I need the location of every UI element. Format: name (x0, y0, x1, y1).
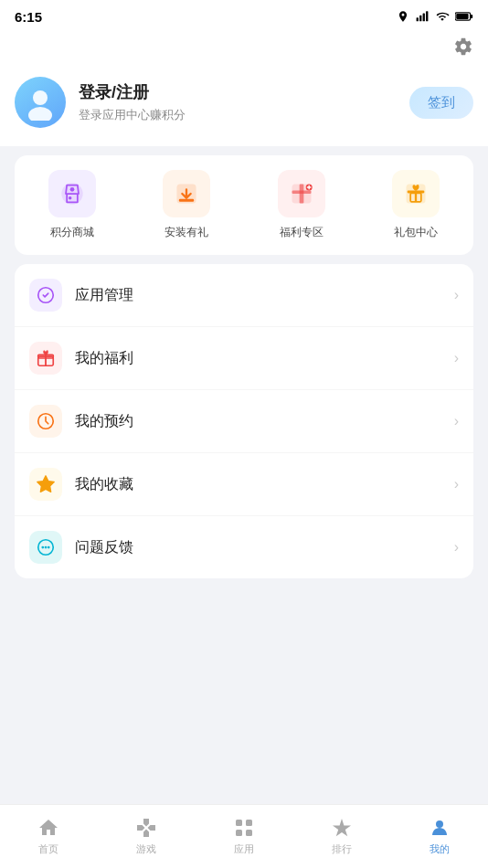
list-item-app-management[interactable]: 应用管理 › (15, 264, 473, 327)
chevron-icon-3: › (454, 476, 459, 492)
nav-label-mine: 我的 (430, 842, 450, 856)
signal-icon (415, 10, 430, 23)
nav-label-apps: 应用 (234, 842, 254, 856)
svg-rect-25 (45, 355, 47, 365)
wifi-icon (435, 10, 450, 23)
status-time: 6:15 (15, 9, 42, 25)
my-favorites-icon-wrap (29, 468, 62, 501)
svg-rect-5 (456, 14, 468, 19)
quick-item-install-gift[interactable]: 安装有礼 (163, 170, 210, 240)
quick-menu: 积分商城 安装有礼 福利专区 (15, 155, 473, 255)
svg-point-8 (28, 107, 52, 121)
location-icon (397, 10, 409, 23)
svg-point-7 (33, 90, 48, 105)
svg-point-30 (45, 546, 48, 549)
welfare-zone-icon (289, 181, 314, 206)
my-reservation-label: 我的预约 (75, 412, 454, 431)
gift-center-icon (403, 181, 429, 206)
svg-point-10 (69, 187, 74, 192)
nav-label-games: 游戏 (136, 842, 156, 856)
login-subtitle: 登录应用中心赚积分 (79, 107, 409, 123)
svg-rect-33 (246, 820, 252, 826)
svg-rect-21 (415, 191, 417, 202)
quick-item-welfare-zone[interactable]: 福利专区 (278, 170, 325, 240)
svg-rect-1 (419, 16, 421, 21)
svg-rect-34 (236, 830, 242, 836)
install-gift-icon (174, 181, 199, 206)
welfare-zone-label: 福利专区 (280, 225, 324, 240)
avatar-svg (22, 84, 58, 121)
status-bar: 6:15 (0, 0, 488, 29)
svg-rect-0 (417, 17, 419, 21)
settings-row (0, 29, 488, 66)
svg-marker-27 (37, 476, 54, 492)
app-management-icon (36, 285, 56, 305)
install-gift-label: 安装有礼 (164, 225, 208, 240)
svg-rect-2 (423, 14, 425, 22)
ranking-icon (331, 817, 353, 839)
mine-icon (429, 817, 451, 839)
nav-item-ranking[interactable]: 排行 (292, 817, 390, 856)
points-store-label: 积分商城 (50, 225, 94, 240)
svg-rect-6 (471, 15, 472, 18)
quick-item-gift-center[interactable]: 礼包中心 (392, 170, 440, 240)
nav-item-mine[interactable]: 我的 (390, 817, 488, 856)
svg-rect-16 (299, 185, 303, 204)
nav-label-home: 首页 (38, 842, 58, 856)
nav-label-ranking: 排行 (332, 842, 352, 856)
home-icon (37, 817, 59, 839)
svg-point-31 (48, 546, 50, 549)
svg-rect-35 (246, 830, 252, 836)
list-item-my-reservation[interactable]: 我的预约 › (15, 390, 473, 453)
my-reservation-icon (36, 411, 56, 431)
login-title: 登录/注册 (79, 81, 409, 103)
list-item-my-favorites[interactable]: 我的收藏 › (15, 453, 473, 516)
svg-rect-13 (179, 199, 194, 202)
my-reservation-icon-wrap (29, 405, 62, 438)
status-icons (397, 10, 473, 23)
list-item-feedback[interactable]: 问题反馈 › (15, 516, 473, 578)
feedback-icon (36, 537, 56, 557)
signin-button[interactable]: 签到 (409, 87, 473, 119)
install-gift-icon-wrapper (163, 170, 210, 217)
app-management-label: 应用管理 (75, 286, 454, 305)
avatar (15, 77, 66, 128)
nav-item-apps[interactable]: 应用 (196, 817, 293, 856)
svg-point-29 (41, 546, 44, 549)
svg-point-11 (69, 196, 72, 200)
svg-rect-3 (426, 11, 428, 21)
quick-item-points-store[interactable]: 积分商城 (48, 170, 96, 240)
chevron-icon-4: › (454, 539, 459, 556)
apps-icon (233, 817, 255, 839)
my-favorites-label: 我的收藏 (75, 475, 454, 494)
nav-item-games[interactable]: 游戏 (98, 817, 196, 856)
my-favorites-icon (36, 474, 56, 494)
gift-center-label: 礼包中心 (394, 225, 438, 240)
points-store-icon-wrapper (48, 170, 96, 217)
list-menu: 应用管理 › 我的福利 › 我的预约 › (15, 264, 473, 578)
games-icon (135, 817, 157, 839)
points-store-icon (59, 181, 85, 206)
my-welfare-icon (36, 348, 56, 368)
feedback-icon-wrap (29, 531, 62, 564)
user-section: 登录/注册 登录应用中心赚积分 签到 (0, 66, 488, 146)
nav-item-home[interactable]: 首页 (0, 817, 98, 856)
gift-center-icon-wrapper (392, 170, 440, 217)
app-management-icon-wrap (29, 279, 62, 312)
feedback-label: 问题反馈 (75, 538, 454, 557)
user-info: 登录/注册 登录应用中心赚积分 (79, 81, 409, 123)
my-welfare-label: 我的福利 (75, 349, 454, 368)
svg-rect-32 (236, 820, 242, 826)
svg-point-36 (436, 820, 443, 828)
battery-icon (455, 10, 473, 23)
chevron-icon-0: › (454, 287, 459, 303)
welfare-zone-icon-wrapper (278, 170, 325, 217)
list-item-my-welfare[interactable]: 我的福利 › (15, 327, 473, 390)
my-welfare-icon-wrap (29, 342, 62, 375)
bottom-nav: 首页 游戏 应用 排行 我的 (0, 804, 488, 868)
chevron-icon-2: › (454, 413, 459, 429)
settings-icon[interactable] (453, 37, 473, 62)
chevron-icon-1: › (454, 350, 459, 366)
